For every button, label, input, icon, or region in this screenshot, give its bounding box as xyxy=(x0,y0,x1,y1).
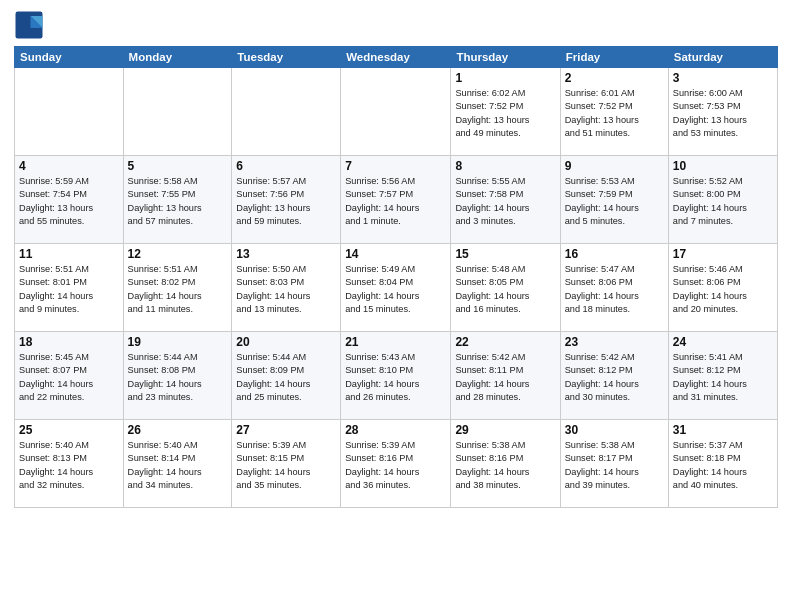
calendar-cell: 13Sunrise: 5:50 AM Sunset: 8:03 PM Dayli… xyxy=(232,244,341,332)
calendar-cell: 9Sunrise: 5:53 AM Sunset: 7:59 PM Daylig… xyxy=(560,156,668,244)
calendar-cell: 16Sunrise: 5:47 AM Sunset: 8:06 PM Dayli… xyxy=(560,244,668,332)
calendar-cell: 21Sunrise: 5:43 AM Sunset: 8:10 PM Dayli… xyxy=(341,332,451,420)
day-info: Sunrise: 5:43 AM Sunset: 8:10 PM Dayligh… xyxy=(345,351,446,404)
calendar-header-row: SundayMondayTuesdayWednesdayThursdayFrid… xyxy=(15,47,778,68)
day-number: 19 xyxy=(128,335,228,349)
calendar-cell xyxy=(232,68,341,156)
day-info: Sunrise: 5:37 AM Sunset: 8:18 PM Dayligh… xyxy=(673,439,773,492)
day-info: Sunrise: 5:48 AM Sunset: 8:05 PM Dayligh… xyxy=(455,263,555,316)
day-number: 1 xyxy=(455,71,555,85)
calendar-cell: 15Sunrise: 5:48 AM Sunset: 8:05 PM Dayli… xyxy=(451,244,560,332)
calendar-cell: 4Sunrise: 5:59 AM Sunset: 7:54 PM Daylig… xyxy=(15,156,124,244)
calendar-cell: 10Sunrise: 5:52 AM Sunset: 8:00 PM Dayli… xyxy=(668,156,777,244)
calendar-header-tuesday: Tuesday xyxy=(232,47,341,68)
calendar-cell: 31Sunrise: 5:37 AM Sunset: 8:18 PM Dayli… xyxy=(668,420,777,508)
day-info: Sunrise: 5:58 AM Sunset: 7:55 PM Dayligh… xyxy=(128,175,228,228)
day-number: 18 xyxy=(19,335,119,349)
day-info: Sunrise: 6:02 AM Sunset: 7:52 PM Dayligh… xyxy=(455,87,555,140)
day-number: 9 xyxy=(565,159,664,173)
day-info: Sunrise: 5:38 AM Sunset: 8:17 PM Dayligh… xyxy=(565,439,664,492)
calendar-cell: 30Sunrise: 5:38 AM Sunset: 8:17 PM Dayli… xyxy=(560,420,668,508)
day-number: 30 xyxy=(565,423,664,437)
day-number: 15 xyxy=(455,247,555,261)
day-info: Sunrise: 6:00 AM Sunset: 7:53 PM Dayligh… xyxy=(673,87,773,140)
calendar-header-thursday: Thursday xyxy=(451,47,560,68)
day-number: 27 xyxy=(236,423,336,437)
day-number: 17 xyxy=(673,247,773,261)
calendar-cell xyxy=(15,68,124,156)
day-number: 29 xyxy=(455,423,555,437)
day-info: Sunrise: 5:50 AM Sunset: 8:03 PM Dayligh… xyxy=(236,263,336,316)
calendar-week-3: 11Sunrise: 5:51 AM Sunset: 8:01 PM Dayli… xyxy=(15,244,778,332)
day-info: Sunrise: 5:51 AM Sunset: 8:02 PM Dayligh… xyxy=(128,263,228,316)
day-info: Sunrise: 5:49 AM Sunset: 8:04 PM Dayligh… xyxy=(345,263,446,316)
logo xyxy=(14,10,48,40)
day-number: 26 xyxy=(128,423,228,437)
day-info: Sunrise: 5:53 AM Sunset: 7:59 PM Dayligh… xyxy=(565,175,664,228)
day-number: 24 xyxy=(673,335,773,349)
day-info: Sunrise: 5:52 AM Sunset: 8:00 PM Dayligh… xyxy=(673,175,773,228)
day-number: 20 xyxy=(236,335,336,349)
day-info: Sunrise: 5:40 AM Sunset: 8:13 PM Dayligh… xyxy=(19,439,119,492)
calendar-cell: 18Sunrise: 5:45 AM Sunset: 8:07 PM Dayli… xyxy=(15,332,124,420)
calendar-cell: 8Sunrise: 5:55 AM Sunset: 7:58 PM Daylig… xyxy=(451,156,560,244)
day-info: Sunrise: 5:51 AM Sunset: 8:01 PM Dayligh… xyxy=(19,263,119,316)
calendar-week-5: 25Sunrise: 5:40 AM Sunset: 8:13 PM Dayli… xyxy=(15,420,778,508)
day-number: 23 xyxy=(565,335,664,349)
calendar-cell: 14Sunrise: 5:49 AM Sunset: 8:04 PM Dayli… xyxy=(341,244,451,332)
day-number: 28 xyxy=(345,423,446,437)
calendar-cell: 3Sunrise: 6:00 AM Sunset: 7:53 PM Daylig… xyxy=(668,68,777,156)
day-info: Sunrise: 6:01 AM Sunset: 7:52 PM Dayligh… xyxy=(565,87,664,140)
calendar-cell: 20Sunrise: 5:44 AM Sunset: 8:09 PM Dayli… xyxy=(232,332,341,420)
day-info: Sunrise: 5:39 AM Sunset: 8:16 PM Dayligh… xyxy=(345,439,446,492)
day-number: 12 xyxy=(128,247,228,261)
calendar-week-2: 4Sunrise: 5:59 AM Sunset: 7:54 PM Daylig… xyxy=(15,156,778,244)
logo-icon xyxy=(14,10,44,40)
day-info: Sunrise: 5:55 AM Sunset: 7:58 PM Dayligh… xyxy=(455,175,555,228)
day-number: 13 xyxy=(236,247,336,261)
day-info: Sunrise: 5:57 AM Sunset: 7:56 PM Dayligh… xyxy=(236,175,336,228)
calendar-cell: 27Sunrise: 5:39 AM Sunset: 8:15 PM Dayli… xyxy=(232,420,341,508)
day-info: Sunrise: 5:47 AM Sunset: 8:06 PM Dayligh… xyxy=(565,263,664,316)
calendar-cell: 29Sunrise: 5:38 AM Sunset: 8:16 PM Dayli… xyxy=(451,420,560,508)
calendar-week-4: 18Sunrise: 5:45 AM Sunset: 8:07 PM Dayli… xyxy=(15,332,778,420)
calendar-cell: 5Sunrise: 5:58 AM Sunset: 7:55 PM Daylig… xyxy=(123,156,232,244)
calendar-table: SundayMondayTuesdayWednesdayThursdayFrid… xyxy=(14,46,778,508)
calendar-header-monday: Monday xyxy=(123,47,232,68)
day-number: 2 xyxy=(565,71,664,85)
day-number: 16 xyxy=(565,247,664,261)
calendar-cell xyxy=(341,68,451,156)
day-info: Sunrise: 5:44 AM Sunset: 8:09 PM Dayligh… xyxy=(236,351,336,404)
day-number: 14 xyxy=(345,247,446,261)
day-number: 31 xyxy=(673,423,773,437)
day-number: 25 xyxy=(19,423,119,437)
day-info: Sunrise: 5:39 AM Sunset: 8:15 PM Dayligh… xyxy=(236,439,336,492)
day-number: 10 xyxy=(673,159,773,173)
day-info: Sunrise: 5:40 AM Sunset: 8:14 PM Dayligh… xyxy=(128,439,228,492)
calendar-header-friday: Friday xyxy=(560,47,668,68)
page: SundayMondayTuesdayWednesdayThursdayFrid… xyxy=(0,0,792,612)
day-number: 5 xyxy=(128,159,228,173)
day-info: Sunrise: 5:41 AM Sunset: 8:12 PM Dayligh… xyxy=(673,351,773,404)
calendar-cell: 6Sunrise: 5:57 AM Sunset: 7:56 PM Daylig… xyxy=(232,156,341,244)
calendar-header-sunday: Sunday xyxy=(15,47,124,68)
calendar-cell xyxy=(123,68,232,156)
calendar-cell: 22Sunrise: 5:42 AM Sunset: 8:11 PM Dayli… xyxy=(451,332,560,420)
day-number: 21 xyxy=(345,335,446,349)
day-info: Sunrise: 5:42 AM Sunset: 8:12 PM Dayligh… xyxy=(565,351,664,404)
day-info: Sunrise: 5:56 AM Sunset: 7:57 PM Dayligh… xyxy=(345,175,446,228)
calendar-cell: 24Sunrise: 5:41 AM Sunset: 8:12 PM Dayli… xyxy=(668,332,777,420)
calendar-header-wednesday: Wednesday xyxy=(341,47,451,68)
day-number: 6 xyxy=(236,159,336,173)
day-number: 11 xyxy=(19,247,119,261)
calendar-header-saturday: Saturday xyxy=(668,47,777,68)
day-info: Sunrise: 5:46 AM Sunset: 8:06 PM Dayligh… xyxy=(673,263,773,316)
calendar-cell: 11Sunrise: 5:51 AM Sunset: 8:01 PM Dayli… xyxy=(15,244,124,332)
day-info: Sunrise: 5:38 AM Sunset: 8:16 PM Dayligh… xyxy=(455,439,555,492)
day-info: Sunrise: 5:44 AM Sunset: 8:08 PM Dayligh… xyxy=(128,351,228,404)
calendar-cell: 26Sunrise: 5:40 AM Sunset: 8:14 PM Dayli… xyxy=(123,420,232,508)
calendar-cell: 2Sunrise: 6:01 AM Sunset: 7:52 PM Daylig… xyxy=(560,68,668,156)
calendar-cell: 17Sunrise: 5:46 AM Sunset: 8:06 PM Dayli… xyxy=(668,244,777,332)
day-number: 3 xyxy=(673,71,773,85)
calendar-cell: 7Sunrise: 5:56 AM Sunset: 7:57 PM Daylig… xyxy=(341,156,451,244)
